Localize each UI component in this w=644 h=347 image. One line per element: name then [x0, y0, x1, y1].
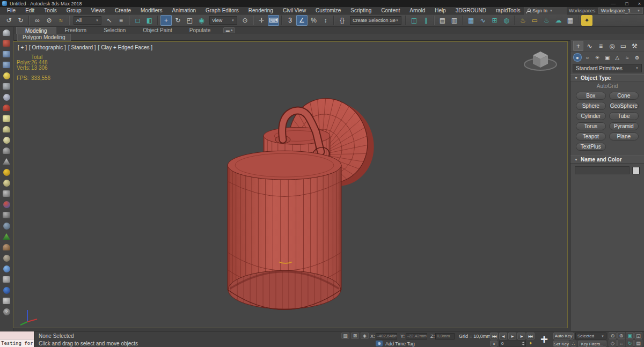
- menu-graph-editors[interactable]: Graph Editors: [201, 7, 244, 14]
- render-presets-button[interactable]: ▦: [565, 15, 576, 26]
- menu-arnold[interactable]: Arnold: [405, 7, 430, 14]
- menu-rapidtools[interactable]: rapidTools: [491, 7, 525, 14]
- zoom-region-icon[interactable]: ◱: [634, 332, 642, 339]
- rendered-frame-button[interactable]: ▭: [529, 15, 540, 26]
- script-list-icon[interactable]: [2, 50, 11, 58]
- box-button[interactable]: Box: [576, 92, 606, 100]
- render-setup-button[interactable]: ♨: [517, 15, 529, 26]
- create-tab[interactable]: +: [573, 41, 583, 51]
- time-tag-icon[interactable]: ⊕: [376, 341, 383, 346]
- viewport-pov-menu[interactable]: [ Orthographic ]: [29, 45, 66, 50]
- terrain-icon[interactable]: [2, 211, 11, 219]
- select-and-manipulate-button[interactable]: ✛: [256, 15, 267, 26]
- absolute-offset-mode-icon[interactable]: ◈: [361, 333, 369, 339]
- key-mode-toggle[interactable]: ◂▸: [490, 341, 497, 346]
- go-end-button[interactable]: ▶▶|: [526, 333, 535, 339]
- select-object-button[interactable]: ↖: [104, 15, 115, 26]
- hierarchy-tab[interactable]: ≡: [596, 41, 606, 51]
- ribbon-tab-modeling[interactable]: Modeling: [16, 27, 56, 34]
- menu-3dground[interactable]: 3DGROUND: [451, 7, 491, 14]
- wire-teapot-icon[interactable]: [2, 146, 11, 155]
- align-button[interactable]: ∥: [420, 15, 431, 26]
- render-cloud-button[interactable]: ☁: [553, 15, 564, 26]
- select-and-scale-button[interactable]: ◰: [184, 15, 195, 26]
- light-bulb-icon[interactable]: [2, 71, 11, 80]
- percent-snap-button[interactable]: %: [308, 15, 319, 26]
- particles-icon[interactable]: [2, 189, 11, 198]
- render-production-button[interactable]: ♨: [541, 15, 552, 26]
- prev-frame-button[interactable]: ◀|: [499, 333, 507, 339]
- teapot-button[interactable]: Teapot: [576, 132, 606, 141]
- go-start-button[interactable]: |◀◀: [490, 333, 498, 339]
- menu-help[interactable]: Help: [430, 7, 451, 14]
- menu-create[interactable]: Create: [110, 7, 136, 14]
- render-window-icon[interactable]: [2, 39, 11, 48]
- sign-in-button[interactable]: Sign In ▼: [524, 7, 567, 14]
- tube-button[interactable]: Tube: [609, 112, 639, 120]
- maximize-button[interactable]: □: [625, 1, 628, 6]
- rectangular-selection-button[interactable]: ◻: [132, 15, 143, 26]
- play-button[interactable]: ▶: [508, 333, 516, 339]
- select-and-link-button[interactable]: ∞: [32, 15, 43, 26]
- object-color-swatch[interactable]: [632, 167, 640, 174]
- motion-tab[interactable]: ◎: [607, 41, 617, 51]
- view-cube[interactable]: [520, 44, 561, 77]
- z-coord-field[interactable]: 0,0mm: [435, 333, 455, 339]
- ribbon-tab-populate[interactable]: Populate: [181, 27, 219, 34]
- current-frame-field[interactable]: 0: [499, 341, 526, 346]
- utilities-tab[interactable]: ⚒: [630, 41, 640, 51]
- object-name-input[interactable]: [575, 166, 630, 174]
- select-by-name-button[interactable]: ≡: [115, 15, 127, 26]
- unlink-selection-button[interactable]: ⊘: [43, 15, 55, 26]
- textplus-button[interactable]: TextPlus: [576, 143, 606, 151]
- minimize-button[interactable]: —: [611, 1, 616, 6]
- selected-sphere-icon[interactable]: [2, 286, 11, 294]
- menu-content[interactable]: Content: [376, 7, 405, 14]
- ribbon-toggle-button[interactable]: ▦: [465, 15, 477, 26]
- reference-coordinate-dropdown[interactable]: View▼: [209, 16, 237, 25]
- menu-customize[interactable]: Customize: [311, 7, 346, 14]
- close-button[interactable]: ×: [638, 1, 641, 6]
- pan-icon[interactable]: ↔: [617, 339, 625, 346]
- selection-set-dropdown[interactable]: Create Selection Se▼: [350, 16, 401, 25]
- key-filters-button[interactable]: Key Filters...: [578, 341, 606, 347]
- menu-modifiers[interactable]: Modifiers: [136, 7, 167, 14]
- camera-speaker-icon[interactable]: [2, 82, 11, 91]
- angle-snap-button[interactable]: ∠: [296, 15, 308, 26]
- marble-icon[interactable]: [2, 264, 11, 273]
- named-selection-sets-button[interactable]: {}: [336, 15, 348, 26]
- plane-button[interactable]: Plane: [609, 132, 639, 141]
- maxscript-mini-listener[interactable]: Testing for i: [0, 331, 34, 347]
- bind-to-space-warp-button[interactable]: ≈: [55, 15, 67, 26]
- geosphere-button[interactable]: GeoSphere: [609, 102, 639, 110]
- move-gizmo-icon[interactable]: +: [537, 332, 552, 347]
- set-key-button[interactable]: Set Key: [553, 341, 569, 347]
- window-crossing-button[interactable]: ◧: [144, 15, 155, 26]
- viewport-shading-menu[interactable]: [ Clay + Edged Faces ]: [98, 45, 152, 50]
- orbit-icon[interactable]: ↻: [626, 339, 634, 346]
- dome-icon[interactable]: [2, 125, 11, 134]
- asteroid-icon[interactable]: [2, 222, 11, 230]
- document-icon[interactable]: [2, 297, 11, 305]
- geometry-category[interactable]: ●: [573, 53, 582, 62]
- menu-file[interactable]: File: [2, 7, 20, 14]
- modify-tab[interactable]: ∿: [584, 41, 595, 51]
- workspace-dropdown[interactable]: Workspace_1 ▼: [598, 8, 643, 14]
- mirror-button[interactable]: ◫: [408, 15, 420, 26]
- add-time-tag[interactable]: Add Time Tag: [385, 341, 415, 346]
- select-and-rotate-button[interactable]: ↻: [172, 15, 184, 26]
- y-coord-field[interactable]: -22,42mm: [406, 333, 427, 339]
- cylinder-button[interactable]: Cylinder: [576, 112, 606, 120]
- script-list2-icon[interactable]: [2, 61, 11, 69]
- rounded-rect-icon[interactable]: [2, 114, 11, 123]
- menu-group[interactable]: Group: [62, 7, 86, 14]
- ribbon-tab-object-paint[interactable]: Object Paint: [134, 27, 180, 34]
- shapes-category[interactable]: ○: [583, 53, 592, 62]
- x-coord-field[interactable]: -402,646mm: [376, 333, 397, 339]
- spinner-snap-button[interactable]: ↕: [320, 15, 331, 26]
- curve-editor-button[interactable]: ∿: [477, 15, 488, 26]
- moon-icon[interactable]: [2, 93, 11, 101]
- menu-scripting[interactable]: Scripting: [346, 7, 376, 14]
- redo-button[interactable]: ↻: [15, 15, 26, 26]
- frame-spinner[interactable]: [522, 342, 525, 345]
